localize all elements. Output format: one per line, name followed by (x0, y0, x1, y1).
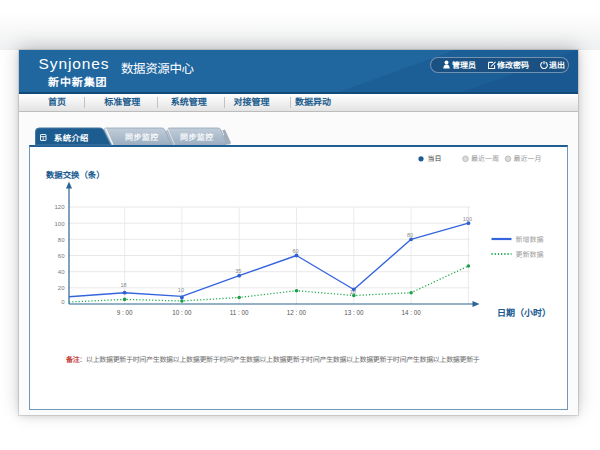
svg-text:11 : 00: 11 : 00 (230, 309, 249, 316)
svg-text:9 : 00: 9 : 00 (117, 309, 133, 316)
svg-text:0: 0 (61, 299, 65, 305)
svg-text:新增数据: 新增数据 (516, 236, 544, 243)
svg-text:14 : 00: 14 : 00 (401, 309, 421, 316)
svg-text:35: 35 (235, 268, 241, 274)
svg-text:13 : 00: 13 : 00 (344, 309, 364, 316)
svg-text:10 : 00: 10 : 00 (172, 309, 192, 316)
svg-text:同步监控: 同步监控 (180, 133, 214, 142)
svg-text:120: 120 (54, 204, 65, 210)
svg-text:同步监控: 同步监控 (125, 133, 159, 142)
svg-text:60: 60 (58, 253, 65, 259)
svg-text:100: 100 (54, 221, 65, 227)
svg-text:更新数据: 更新数据 (516, 251, 544, 258)
svg-text:系统介绍: 系统介绍 (54, 133, 89, 143)
svg-text:12 : 00: 12 : 00 (287, 309, 307, 316)
svg-text:20: 20 (58, 285, 65, 291)
svg-text:80: 80 (407, 232, 413, 238)
svg-text:数据交换（条）: 数据交换（条） (46, 170, 105, 180)
svg-text:最近一月: 最近一月 (514, 155, 542, 162)
svg-text:40: 40 (58, 269, 65, 275)
svg-text:60: 60 (292, 248, 298, 254)
svg-text:80: 80 (58, 237, 65, 243)
svg-text:最近一周: 最近一周 (471, 155, 499, 162)
svg-text:18: 18 (121, 282, 127, 288)
svg-text:当日: 当日 (428, 155, 442, 162)
svg-text:日期（小时）: 日期（小时） (497, 308, 551, 318)
svg-text:10: 10 (178, 287, 184, 293)
svg-text:10: 10 (350, 289, 356, 295)
svg-text:100: 100 (463, 216, 472, 222)
